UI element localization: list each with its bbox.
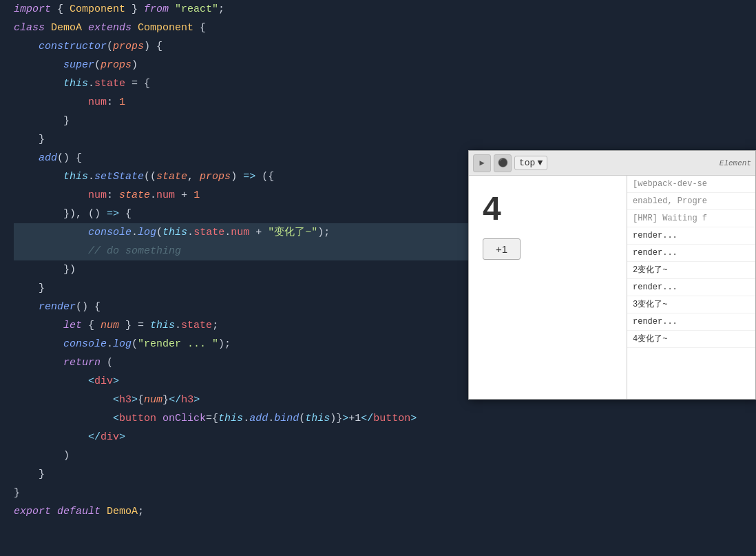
code-line-5: this.state = { <box>14 74 756 93</box>
panel-content: 4 +1 [webpack-dev-se enabled, Progre [HM… <box>469 176 755 399</box>
console-line-8: 3变化了~ <box>627 296 755 313</box>
code-line-28: export default DemoA; <box>14 502 756 521</box>
console-line-4: render... <box>627 227 755 245</box>
code-line-24: </div> <box>14 428 756 446</box>
console-line-5: render... <box>627 245 755 262</box>
browser-toolbar: ▶ ⚫ top ▼ Element <box>469 151 755 176</box>
devtools-play-button[interactable]: ▶ <box>473 154 491 172</box>
code-line-26: } <box>14 465 756 484</box>
preview-increment-button[interactable]: +1 <box>483 238 521 260</box>
code-line-25: ) <box>14 446 756 465</box>
code-line-1: import { Component } from "react"; <box>14 0 756 19</box>
context-select-label: top <box>519 158 535 168</box>
code-line-6: num: 1 <box>14 93 756 112</box>
browser-preview: 4 +1 <box>469 176 627 399</box>
code-line-3: constructor(props) { <box>14 37 756 56</box>
browser-console: [webpack-dev-se enabled, Progre [HMR] Wa… <box>627 176 755 399</box>
code-line-7: } <box>14 112 756 130</box>
devtools-tab-label: Element <box>720 159 751 167</box>
console-line-7: render... <box>627 279 755 296</box>
console-line-10: 4变化了~ <box>627 331 755 348</box>
console-line-2: enabled, Progre <box>627 193 755 210</box>
code-line-27: } <box>14 484 756 502</box>
console-line-1: [webpack-dev-se <box>627 176 755 193</box>
context-select[interactable]: top ▼ <box>514 156 547 170</box>
preview-number: 4 <box>483 189 501 227</box>
console-line-3: [HMR] Waiting f <box>627 210 755 227</box>
console-line-9: render... <box>627 313 755 331</box>
code-line-2: class DemoA extends Component { <box>14 19 756 37</box>
browser-panel: ▶ ⚫ top ▼ Element 4 +1 [webpack-dev-se e… <box>468 150 756 400</box>
code-line-4: super(props) <box>14 56 756 74</box>
console-line-6: 2变化了~ <box>627 262 755 279</box>
chevron-down-icon: ▼ <box>537 158 543 168</box>
devtools-stop-button[interactable]: ⚫ <box>494 154 512 172</box>
code-line-23: <button onClick={this.add.bind(this)}>+1… <box>14 409 756 428</box>
code-line-8: } <box>14 130 756 149</box>
